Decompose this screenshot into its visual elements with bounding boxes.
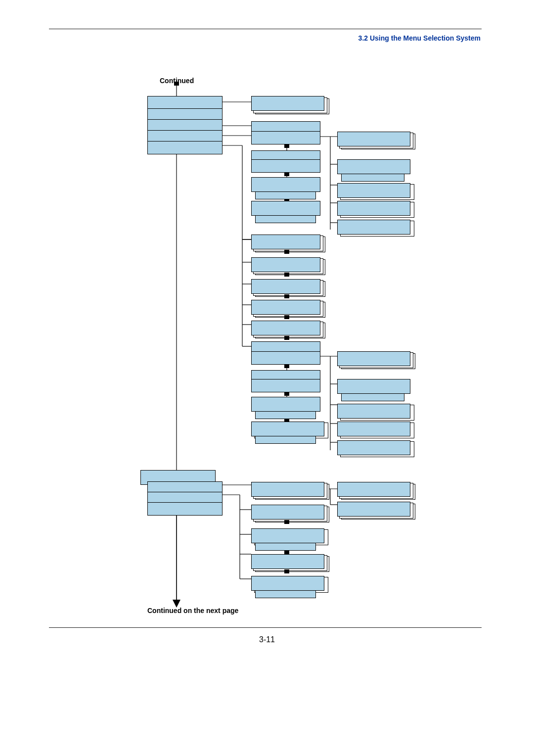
page-number: 3-11 — [0, 635, 534, 644]
submenu-netware-on-2: >NetWare > On — [251, 351, 320, 365]
submenu-gateway: >>Gateway000.000.000.000 — [337, 220, 410, 235]
submenu-kcgl-pen: >KC-GL Pen > Adjust Pen (1) — [251, 482, 324, 497]
submenu-subnet-mask: >>Subnet Mask000.000.000.000 — [337, 201, 410, 216]
submenu-tcpip-on-2: >TCP/IP > On — [251, 379, 320, 392]
continued-label-bottom: Continued on the next page — [147, 607, 238, 614]
submenu-pen-color: >>Pen(1) Color Black — [337, 502, 410, 517]
submenu-ip-address: >>IP Address000.000.000.000 — [337, 183, 410, 198]
submenu-stop-bits: >Stop Bits 1 — [251, 279, 320, 294]
submenu-ethertalk: >EtherTalk Off — [251, 177, 320, 192]
submenu-print-kpdl-errs-2-on: On — [255, 590, 316, 598]
submenu-ethertalk-2: >EtherTalk Off — [251, 397, 320, 412]
submenu-parity: >Parity None — [251, 300, 320, 315]
submenu-opt-statuspage: >Opt. StatusPage On — [251, 422, 324, 436]
submenu-data-bits: >Data Bits 8 — [251, 257, 320, 272]
submenu-netware-frame: >>NetWare Frame Auto — [337, 132, 410, 146]
submenu-alt-emulation: >Alt. Emulation PCL 6 — [251, 554, 324, 569]
submenu-netware-on: >NetWare > On — [251, 131, 320, 144]
submenu-pen-width: >>Pen(1) Width 01 dot(s) — [337, 482, 410, 497]
menu-emulation-kpdl-auto: Emulation > KPDL (AUTO) — [147, 502, 222, 516]
submenu-network-status: >Network Status Page Off — [251, 201, 320, 216]
submenu-opt-statuspage-off: Off — [255, 436, 316, 444]
submenu-dhcp-on: On — [341, 174, 404, 182]
submenu-protocol: >Protocol DTR (pos.)&XON — [251, 321, 320, 335]
submenu-subnet-mask-2: >>Subnet Mask000.000.000.000 — [337, 422, 410, 436]
submenu-kcgl-pageset: >KC-GL Page Set [SPSZ] — [251, 505, 324, 520]
submenu-dhcp-2: >>DHCP Off — [337, 379, 410, 394]
submenu-network-status-on: Page On — [255, 215, 316, 223]
submenu-gateway-2: >>Gateway000.000.000.000 — [337, 440, 410, 455]
submenu-ip-address-2: >>IP Address000.000.000.000 — [337, 404, 410, 419]
submenu-print-kpdl-errs-on: On — [255, 543, 316, 551]
submenu-dhcp: >>DHCP Off — [337, 159, 410, 174]
submenu-tcpip-on: >TCP/IP > On — [251, 159, 320, 173]
submenu-print-kpdl-errs-2: >Print KPDL errs Off — [251, 576, 324, 591]
submenu-ethertalk-on: On — [255, 191, 316, 199]
submenu-netware-frame-2: >>NetWare Frame Auto — [337, 351, 410, 366]
submenu-ethertalk-2-on: On — [255, 411, 316, 419]
menu-interface-option: Interface > Option — [147, 141, 222, 154]
submenu-parallel-if: >Parallel I/F Nibble (high) — [251, 96, 324, 111]
submenu-print-kpdl-errs: >Print KPDL errs Off — [251, 528, 324, 543]
submenu-baud-rate: >Baud Rate 9600 — [251, 235, 320, 249]
submenu-dhcp-2-on: On — [341, 393, 404, 401]
